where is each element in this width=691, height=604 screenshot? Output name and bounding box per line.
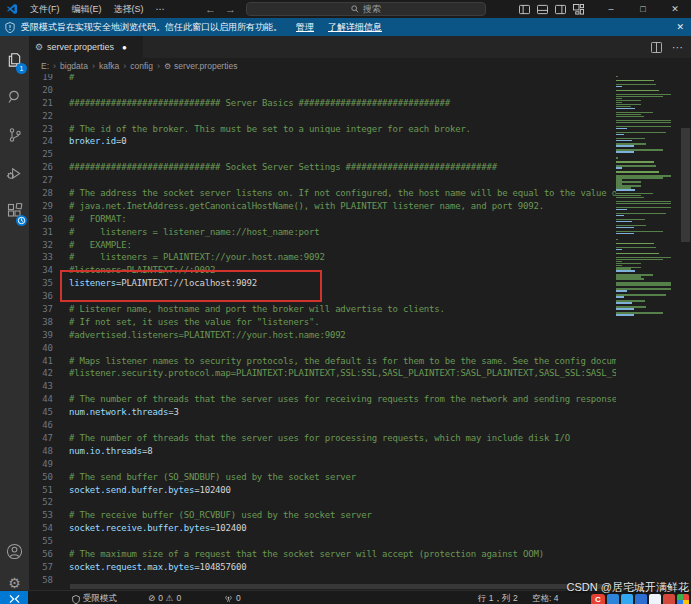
- toggle-panel-icon[interactable]: [537, 4, 548, 15]
- property-value: 0: [121, 136, 126, 146]
- line-number: 40: [29, 342, 53, 355]
- comment-text: # listeners = PLAINTEXT://your.host.name…: [69, 252, 325, 262]
- minimap[interactable]: [616, 74, 678, 590]
- toggle-secondary-sidebar-icon[interactable]: [555, 4, 566, 15]
- menu-item[interactable]: 文件(F): [24, 0, 66, 18]
- indentation-status[interactable]: 空格: 4: [532, 593, 558, 604]
- code-line[interactable]: 43: [29, 380, 616, 393]
- breadcrumb-item[interactable]: E:: [41, 61, 49, 71]
- code-line[interactable]: 54socket.receive.buffer.bytes=102400: [29, 522, 616, 535]
- code-line[interactable]: 38# If not set, it uses the value for "l…: [29, 316, 616, 329]
- code-line[interactable]: 32# EXAMPLE:: [29, 239, 616, 252]
- extensions-button[interactable]: [0, 196, 29, 226]
- code-line[interactable]: 19#: [29, 74, 616, 84]
- banner-close-icon[interactable]: ✕: [676, 18, 684, 36]
- menu-item[interactable]: 编辑(E): [66, 0, 108, 18]
- horizontal-scrollbar[interactable]: [70, 584, 610, 589]
- comment-text: # EXAMPLE:: [69, 240, 132, 250]
- code-line[interactable]: 49: [29, 458, 616, 471]
- comment-text: # Listener name, hostname and port the b…: [69, 304, 445, 314]
- code-line[interactable]: 45num.network.threads=3: [29, 406, 616, 419]
- code-line[interactable]: 47# The number of threads that the serve…: [29, 432, 616, 445]
- code-line[interactable]: 29# java.net.InetAddress.getCanonicalHos…: [29, 200, 616, 213]
- code-line[interactable]: 52: [29, 496, 616, 509]
- code-line[interactable]: 25: [29, 148, 616, 161]
- close-window-button[interactable]: ✕: [661, 0, 689, 18]
- learn-more-link[interactable]: 了解详细信息: [328, 21, 382, 34]
- forward-arrow-icon[interactable]: →: [225, 0, 236, 18]
- line-number: 51: [29, 484, 53, 497]
- editor-pane[interactable]: 19#2021############################# Ser…: [29, 74, 616, 584]
- code-line[interactable]: 51socket.send.buffer.bytes=102400: [29, 484, 616, 497]
- code-line[interactable]: 31# listeners = listener_name://host_nam…: [29, 226, 616, 239]
- code-line[interactable]: 48num.io.threads=8: [29, 445, 616, 458]
- code-line[interactable]: 46: [29, 419, 616, 432]
- vertical-scrollbar[interactable]: [681, 128, 690, 242]
- modified-dot-icon[interactable]: ●: [122, 43, 127, 52]
- manage-link[interactable]: 管理: [296, 21, 314, 34]
- menu-item[interactable]: 选择(S): [108, 0, 150, 18]
- code-line[interactable]: 44# The number of threads that the serve…: [29, 393, 616, 406]
- code-line[interactable]: 22: [29, 110, 616, 123]
- code-line[interactable]: 50# The send buffer (SO_SNDBUF) used by …: [29, 471, 616, 484]
- run-debug-button[interactable]: [0, 158, 29, 188]
- minimize-button[interactable]: –: [597, 0, 625, 18]
- back-arrow-icon[interactable]: ←: [205, 0, 216, 18]
- extensions-badge-clock-icon: [16, 215, 27, 226]
- search-placeholder: 搜索: [363, 3, 381, 16]
- breadcrumb-item[interactable]: server.properties: [174, 61, 237, 71]
- customize-layout-icon[interactable]: [573, 4, 584, 15]
- cursor-position-status[interactable]: 行 1，列 2: [478, 593, 518, 604]
- watermark-icons: C: [567, 594, 691, 604]
- command-center-search[interactable]: 搜索: [246, 2, 486, 16]
- remote-indicator-button[interactable]: [0, 591, 28, 604]
- code-line[interactable]: 53# The receive buffer (SO_RCVBUF) used …: [29, 509, 616, 522]
- code-line[interactable]: 39#advertised.listeners=PLAINTEXT://your…: [29, 329, 616, 342]
- toggle-sidebar-icon[interactable]: [519, 4, 530, 15]
- code-text: # The address the socket server listens …: [69, 187, 616, 200]
- code-line[interactable]: 42#listener.security.protocol.map=PLAINT…: [29, 367, 616, 380]
- restricted-mode-status[interactable]: 受限模式: [72, 593, 117, 604]
- code-line[interactable]: 56# The maximum size of a request that t…: [29, 548, 616, 561]
- code-line[interactable]: 23# The id of the broker. This must be s…: [29, 123, 616, 136]
- breadcrumb-item[interactable]: config: [130, 61, 153, 71]
- property-value: 3: [173, 407, 178, 417]
- code-line[interactable]: 55: [29, 535, 616, 548]
- code-text: #listener.security.protocol.map=PLAINTEX…: [69, 367, 616, 380]
- code-line[interactable]: 37# Listener name, hostname and port the…: [29, 303, 616, 316]
- accounts-button[interactable]: [0, 536, 29, 566]
- banner-message: 受限模式旨在实现安全地浏览代码。信任此窗口以启用所有功能。: [21, 21, 282, 34]
- menu-item[interactable]: ⋯: [150, 0, 171, 18]
- code-line[interactable]: 21############################# Server B…: [29, 97, 616, 110]
- code-text: # The id of the broker. This must be set…: [69, 123, 471, 136]
- code-line[interactable]: 20: [29, 84, 616, 97]
- explorer-button[interactable]: 1: [0, 44, 29, 74]
- code-line[interactable]: 57socket.request.max.bytes=104857600: [29, 561, 616, 574]
- code-line[interactable]: 58: [29, 574, 616, 584]
- tab-server-properties[interactable]: ⚙ server.properties ●: [29, 36, 143, 58]
- breadcrumb-item[interactable]: kafka: [99, 61, 119, 71]
- split-editor-icon[interactable]: [651, 42, 662, 53]
- problems-status[interactable]: ⊘ 0 ⚠ 0: [148, 593, 181, 603]
- title-bar: 文件(F)编辑(E)选择(S)⋯ ← → 搜索 – □ ✕: [0, 0, 691, 18]
- code-line[interactable]: 27: [29, 174, 616, 187]
- watermark-text: CSDN @居宅城开满鲜花: [567, 580, 691, 595]
- more-actions-icon[interactable]: ⋯: [672, 41, 683, 54]
- line-number: 33: [29, 251, 53, 264]
- code-line[interactable]: 40: [29, 342, 616, 355]
- line-number: 21: [29, 97, 53, 110]
- property-key: num.io.threads: [69, 446, 142, 456]
- maximize-button[interactable]: □: [629, 0, 657, 18]
- code-line[interactable]: 26############################# Socket S…: [29, 161, 616, 174]
- breadcrumb-item[interactable]: bigdata: [60, 61, 88, 71]
- code-line[interactable]: 30# FORMAT:: [29, 213, 616, 226]
- source-control-button[interactable]: [0, 120, 29, 150]
- ports-status[interactable]: 0: [224, 593, 241, 603]
- code-line[interactable]: 24broker.id=0: [29, 135, 616, 148]
- line-number: 55: [29, 535, 53, 548]
- code-line[interactable]: 28# The address the socket server listen…: [29, 187, 616, 200]
- code-line[interactable]: 33# listeners = PLAINTEXT://your.host.na…: [29, 251, 616, 264]
- search-icon: [351, 5, 359, 13]
- code-line[interactable]: 41# Maps listener names to security prot…: [29, 355, 616, 368]
- search-view-button[interactable]: [0, 82, 29, 112]
